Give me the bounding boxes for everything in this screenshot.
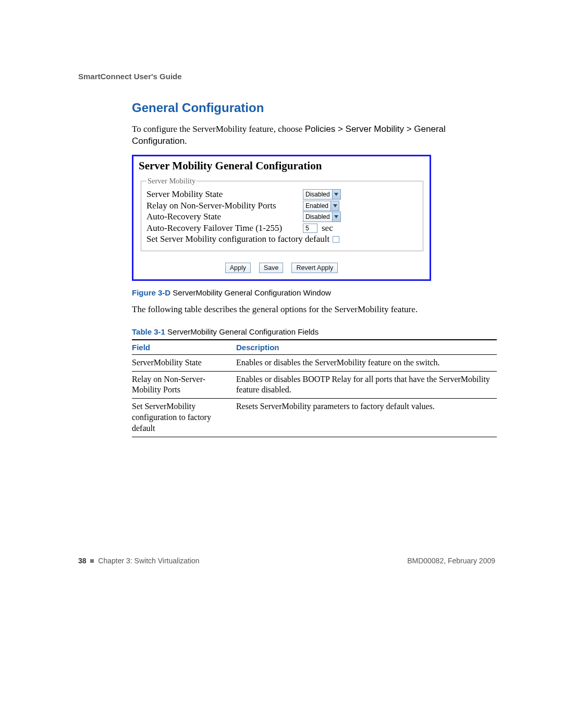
row-factory-default: Set Server Mobility configuration to fac… (146, 234, 418, 244)
relay-label: Relay on Non-Server-Mobility Ports (146, 201, 303, 211)
failover-label: Auto-Recovery Failover Time (1-255) (146, 223, 303, 233)
th-field: Field (132, 340, 236, 355)
save-button[interactable]: Save (259, 263, 284, 273)
document-page: SmartConnect User's Guide General Config… (0, 0, 563, 728)
state-select-value: Disabled (303, 191, 332, 198)
cell-desc: Enables or disables the ServerMobility f… (236, 354, 497, 371)
chevron-down-icon[interactable] (332, 212, 340, 221)
chevron-down-icon[interactable] (331, 201, 339, 211)
intro-suffix: . (185, 136, 187, 146)
th-description: Description (236, 340, 497, 355)
factory-default-label: Set Server Mobility configuration to fac… (146, 234, 329, 244)
running-head: SmartConnect User's Guide (78, 72, 182, 81)
server-mobility-fieldset: Server Mobility Server Mobility State Di… (141, 177, 423, 251)
footer-page-number: 38 (78, 557, 87, 565)
failover-input[interactable]: 5 (303, 224, 317, 233)
autorecovery-select[interactable]: Disabled (303, 212, 341, 222)
intro-paragraph: To configure the ServerMobility feature,… (132, 124, 497, 147)
row-failover: Auto-Recovery Failover Time (1-255) 5 se… (146, 223, 418, 233)
page-footer: 38 Chapter 3: Switch Virtualization BMD0… (78, 557, 495, 565)
after-figure-paragraph: The following table describes the genera… (132, 304, 497, 315)
config-fields-table: Field Description ServerMobility State E… (132, 339, 497, 437)
apply-button[interactable]: Apply (225, 263, 251, 273)
footer-docid: BMD00082, February 2009 (407, 557, 495, 565)
table-caption-lead: Table 3-1 (132, 327, 165, 336)
table-row: Set ServerMobility configuration to fact… (132, 399, 497, 437)
figure-screenshot: Server Mobility General Configuration Se… (132, 155, 431, 281)
figure-caption-text: ServerMobility General Configuration Win… (170, 288, 331, 297)
state-label: Server Mobility State (146, 189, 303, 200)
main-content: General Configuration To configure the S… (132, 101, 497, 437)
figure-caption-lead: Figure 3-D (132, 288, 170, 297)
revert-apply-button[interactable]: Revert Apply (291, 263, 338, 273)
footer-chapter: Chapter 3: Switch Virtualization (98, 557, 199, 565)
cell-field: Relay on Non-Server-Mobility Ports (132, 371, 236, 399)
autorecovery-select-value: Disabled (303, 213, 332, 220)
failover-unit: sec (322, 223, 333, 233)
row-autorecovery: Auto-Recovery State Disabled (146, 212, 418, 222)
button-row: Apply Save Revert Apply (133, 257, 430, 279)
section-heading: General Configuration (132, 101, 497, 115)
relay-select[interactable]: Enabled (303, 201, 339, 211)
state-select[interactable]: Disabled (303, 189, 341, 200)
table-caption-text: ServerMobility General Configuration Fie… (165, 327, 319, 336)
panel-title: Server Mobility General Configuration (133, 156, 430, 177)
square-bullet-icon (90, 559, 94, 563)
fieldset-legend: Server Mobility (146, 177, 197, 186)
footer-left: 38 Chapter 3: Switch Virtualization (78, 557, 200, 565)
intro-prefix: To configure the ServerMobility feature,… (132, 124, 305, 134)
figure-caption: Figure 3-D ServerMobility General Config… (132, 288, 497, 297)
chevron-down-icon[interactable] (332, 190, 340, 199)
row-state: Server Mobility State Disabled (146, 189, 418, 200)
table-row: ServerMobility State Enables or disables… (132, 354, 497, 371)
table-caption: Table 3-1 ServerMobility General Configu… (132, 327, 497, 336)
row-relay: Relay on Non-Server-Mobility Ports Enabl… (146, 201, 418, 211)
factory-default-checkbox[interactable] (333, 236, 339, 243)
autorecovery-label: Auto-Recovery State (146, 212, 303, 222)
cell-field: ServerMobility State (132, 354, 236, 371)
table-row: Relay on Non-Server-Mobility Ports Enabl… (132, 371, 497, 399)
table-header-row: Field Description (132, 340, 497, 355)
cell-desc: Resets ServerMobility parameters to fact… (236, 399, 497, 437)
relay-select-value: Enabled (303, 202, 331, 209)
cell-desc: Enables or disables BOOTP Relay for all … (236, 371, 497, 399)
cell-field: Set ServerMobility configuration to fact… (132, 399, 236, 437)
